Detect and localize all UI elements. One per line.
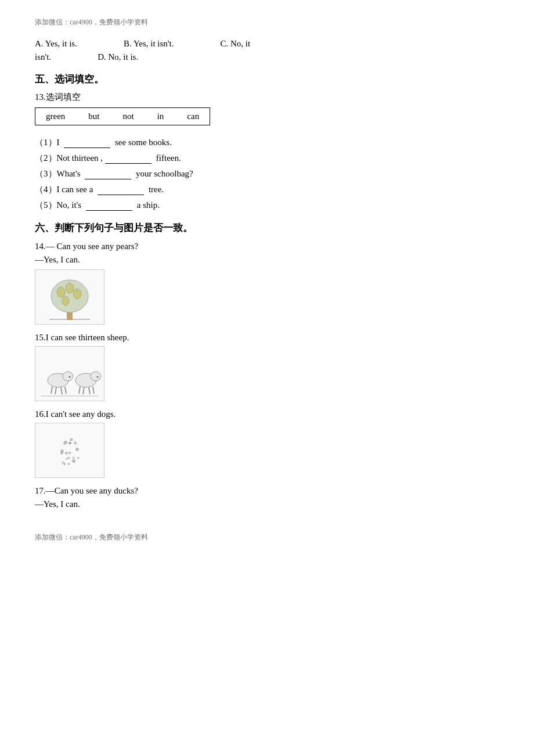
image-box-15 <box>35 346 104 401</box>
svg-point-29 <box>60 449 64 453</box>
svg-point-31 <box>75 448 79 451</box>
svg-point-8 <box>63 372 73 381</box>
word-not: not <box>122 111 134 121</box>
section5-title: 五、选词填空。 <box>35 73 499 86</box>
svg-line-16 <box>79 387 80 394</box>
svg-line-10 <box>55 387 56 394</box>
section5-sub: 13.选词填空 <box>35 92 499 103</box>
option-d: D. No, it is. <box>98 52 138 62</box>
watermark-bottom: 添加微信：car4900，免费领小学资料 <box>35 532 499 542</box>
svg-line-11 <box>61 387 62 394</box>
svg-point-27 <box>70 438 73 441</box>
judge-item-17-a: —Yes, I can. <box>35 499 499 509</box>
svg-point-33 <box>72 459 75 463</box>
option-c: C. No, it <box>220 39 250 49</box>
svg-line-12 <box>65 387 66 394</box>
svg-point-30 <box>68 451 71 454</box>
options-row2: isn't. D. No, it is. <box>35 52 499 62</box>
fill-item-3: （3）What's your schoolbag? <box>35 168 499 179</box>
svg-point-3 <box>66 283 74 293</box>
section6-title: 六、判断下列句子与图片是否一致。 <box>35 221 499 235</box>
svg-point-26 <box>64 441 67 444</box>
fill-item-4: （4）I can see a tree. <box>35 184 499 195</box>
svg-point-32 <box>66 458 68 460</box>
word-but: but <box>88 111 99 121</box>
word-can: can <box>187 111 199 121</box>
svg-line-17 <box>83 387 84 394</box>
options-row1: A. Yes, it is. B. Yes, it isn't. C. No, … <box>35 39 499 49</box>
svg-point-13 <box>69 376 71 377</box>
image-box-14 <box>35 269 104 325</box>
fill-item-2: （2）Not thirteen , fifteen. <box>35 153 499 164</box>
watermark-top: 添加微信：car4900，免费领小学资料 <box>35 17 499 27</box>
svg-point-20 <box>97 376 99 377</box>
svg-line-19 <box>93 387 94 394</box>
option-b: B. Yes, it isn't. <box>124 39 174 49</box>
fill-item-1: （1）I see some books. <box>35 137 499 148</box>
option-c2: isn't. <box>35 52 51 62</box>
judge-item-14-q: 14.— Can you see any pears? <box>35 242 499 251</box>
svg-point-4 <box>73 289 81 299</box>
svg-point-2 <box>57 287 65 297</box>
word-green: green <box>46 111 65 121</box>
judge-item-17-q: 17.—Can you see any ducks? <box>35 486 499 496</box>
svg-line-18 <box>89 387 90 394</box>
svg-point-15 <box>91 372 101 381</box>
svg-point-34 <box>62 461 65 464</box>
judge-item-15-q: 15.I can see thirteen sheep. <box>35 333 499 343</box>
fill-item-5: （5）No, it's a ship. <box>35 200 499 211</box>
word-box: green but not in can <box>35 107 210 125</box>
svg-line-9 <box>51 387 52 394</box>
svg-point-28 <box>74 442 77 445</box>
option-a: A. Yes, it is. <box>35 39 77 49</box>
svg-point-5 <box>62 296 69 305</box>
judge-item-14-a: —Yes, I can. <box>35 255 499 265</box>
image-box-16: ✦✦✦ ✦✦ ✦✦✦ ✦✦ <box>35 423 104 478</box>
word-in: in <box>157 111 164 121</box>
judge-item-16-q: 16.I can't see any dogs. <box>35 409 499 419</box>
